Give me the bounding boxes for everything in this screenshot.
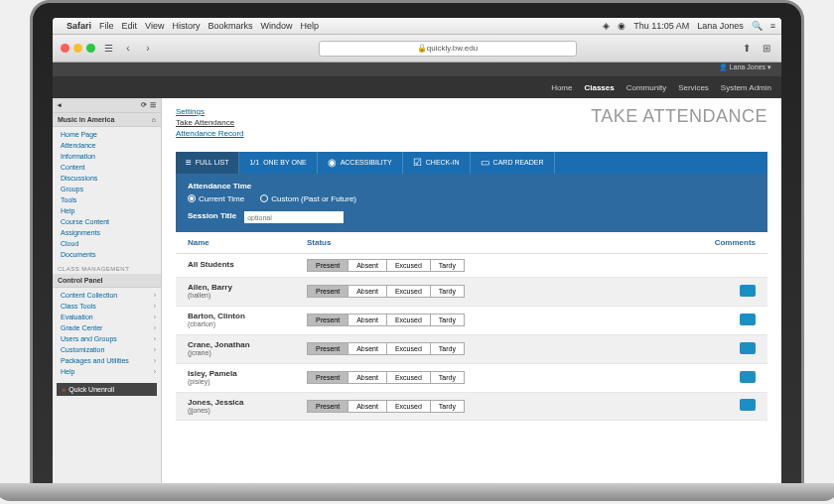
crumb-attendance-record[interactable]: Attendance Record <box>176 128 767 139</box>
status-present[interactable]: Present <box>307 371 348 384</box>
check-icon: ☑ <box>413 157 422 168</box>
tab-accessibility[interactable]: ◉ACCESSIBILITY <box>318 152 403 174</box>
mgmt-item-customization[interactable]: Customization <box>53 344 161 355</box>
nav-system-admin[interactable]: System Admin <box>721 83 771 92</box>
share-icon[interactable]: ⬆ <box>740 42 754 56</box>
status-absent[interactable]: Absent <box>348 259 387 272</box>
status-present[interactable]: Present <box>307 342 348 355</box>
sidebar-item-cloud[interactable]: Cloud <box>53 238 161 249</box>
tab-full-list[interactable]: ≡FULL LIST <box>176 152 239 174</box>
user-menu[interactable]: Lana Jones <box>697 21 744 31</box>
mgmt-item-grade-center[interactable]: Grade Center <box>53 322 161 333</box>
radio-custom-time[interactable]: Custom (Past or Future) <box>260 194 356 203</box>
menu-view[interactable]: View <box>145 21 164 31</box>
col-name: Name <box>188 238 307 247</box>
comment-icon[interactable] <box>740 285 756 297</box>
window-controls[interactable] <box>61 44 95 53</box>
status-excused[interactable]: Excused <box>386 285 431 298</box>
menu-help[interactable]: Help <box>300 21 319 31</box>
nav-community[interactable]: Community <box>626 83 666 92</box>
mgmt-item-evaluation[interactable]: Evaluation <box>53 312 161 322</box>
status-present[interactable]: Present <box>307 285 348 298</box>
menu-file[interactable]: File <box>99 21 114 31</box>
sidebar-item-groups[interactable]: Groups <box>53 184 161 194</box>
tab-one-by-one[interactable]: 1/1 ONE BY ONE <box>239 152 317 174</box>
refresh-icon[interactable]: ⟳ <box>141 101 147 109</box>
status-excused[interactable]: Excused <box>386 342 431 355</box>
sidebar-item-tools[interactable]: Tools <box>53 194 161 205</box>
mgmt-item-help[interactable]: Help <box>53 366 161 377</box>
mgmt-item-content-collection[interactable]: Content Collection <box>53 290 161 301</box>
status-tardy[interactable]: Tardy <box>430 259 465 272</box>
sidebar-collapse[interactable]: ◂⟳☰ <box>53 98 161 113</box>
comment-cell <box>686 285 756 299</box>
list-icon[interactable]: ☰ <box>150 101 156 109</box>
mgmt-item-class-tools[interactable]: Class Tools <box>53 301 161 312</box>
status-absent[interactable]: Absent <box>348 314 387 326</box>
status-present[interactable]: Present <box>307 259 348 272</box>
nav-classes[interactable]: Classes <box>584 83 614 92</box>
back-icon[interactable]: ‹ <box>121 42 135 56</box>
col-comments: Comments <box>686 238 756 247</box>
status-tardy[interactable]: Tardy <box>430 285 465 298</box>
session-title-input[interactable] <box>244 211 344 223</box>
status-absent[interactable]: Absent <box>348 371 387 384</box>
student-name: Isley, Pamela(pisley) <box>188 369 307 387</box>
sidebar-item-documents[interactable]: Documents <box>53 249 161 260</box>
status-tardy[interactable]: Tardy <box>430 371 465 384</box>
status-excused[interactable]: Excused <box>386 314 431 326</box>
comment-icon[interactable] <box>740 314 756 325</box>
status-excused[interactable]: Excused <box>386 371 431 384</box>
status-absent[interactable]: Absent <box>348 342 387 355</box>
search-icon[interactable]: 🔍 <box>752 21 763 31</box>
tab-check-in[interactable]: ☑CHECK-IN <box>403 152 471 174</box>
course-title[interactable]: Music in America⌂ <box>53 113 161 127</box>
status-present[interactable]: Present <box>307 400 348 413</box>
menu-bookmarks[interactable]: Bookmarks <box>208 21 252 31</box>
sidebar-item-attendance[interactable]: Attendance <box>53 140 161 151</box>
comment-icon[interactable] <box>740 399 756 411</box>
status-absent[interactable]: Absent <box>348 285 387 298</box>
control-panel-header[interactable]: Control Panel <box>53 274 161 288</box>
sidebar-item-home-page[interactable]: Home Page <box>53 129 161 140</box>
sidebar-item-help[interactable]: Help <box>53 205 161 216</box>
radio-current-time[interactable]: Current Time <box>188 194 244 203</box>
comment-icon[interactable] <box>740 342 756 354</box>
clock[interactable]: Thu 11:05 AM <box>633 21 689 31</box>
status-tardy[interactable]: Tardy <box>430 400 465 413</box>
home-icon[interactable]: ⌂ <box>152 116 156 123</box>
sidebar-icon[interactable]: ☰ <box>101 42 115 56</box>
sidebar-item-information[interactable]: Information <box>53 151 161 162</box>
status-tardy[interactable]: Tardy <box>430 342 465 355</box>
menu-icon[interactable]: ≡ <box>770 21 775 31</box>
nav-services[interactable]: Services <box>678 83 709 92</box>
menu-history[interactable]: History <box>172 21 200 31</box>
status-excused[interactable]: Excused <box>386 259 431 272</box>
sidebar-item-course-content[interactable]: Course Content <box>53 216 161 227</box>
status-tardy[interactable]: Tardy <box>430 314 465 326</box>
nav-home[interactable]: Home <box>551 83 572 92</box>
sidebar-item-discussions[interactable]: Discussions <box>53 173 161 184</box>
mgmt-item-users-and-groups[interactable]: Users and Groups <box>53 333 161 344</box>
app-name[interactable]: Safari <box>67 21 91 31</box>
close-icon[interactable] <box>61 44 70 53</box>
zoom-icon[interactable] <box>86 44 95 53</box>
status-present[interactable]: Present <box>307 314 348 326</box>
comment-icon[interactable] <box>740 371 756 383</box>
student-name: Jones, Jessica(jjones) <box>188 398 307 416</box>
status-excused[interactable]: Excused <box>386 400 431 413</box>
menu-edit[interactable]: Edit <box>122 21 138 31</box>
menu-window[interactable]: Window <box>260 21 292 31</box>
status-absent[interactable]: Absent <box>348 400 387 413</box>
forward-icon[interactable]: › <box>141 42 155 56</box>
tab-card-reader[interactable]: ▭CARD READER <box>471 152 555 174</box>
sidebar-item-content[interactable]: Content <box>53 162 161 173</box>
sidebar-item-assignments[interactable]: Assignments <box>53 227 161 238</box>
quick-unenroll-button[interactable]: Quick Unenroll <box>57 383 157 396</box>
volume-icon[interactable]: ◉ <box>618 21 626 31</box>
tabs-icon[interactable]: ⊞ <box>760 42 773 56</box>
address-bar[interactable]: 🔒 quickly.bw.edu <box>319 41 577 57</box>
minimize-icon[interactable] <box>73 44 82 53</box>
wifi-icon[interactable]: ◈ <box>603 21 610 31</box>
mgmt-item-packages-and-utilities[interactable]: Packages and Utilities <box>53 355 161 366</box>
